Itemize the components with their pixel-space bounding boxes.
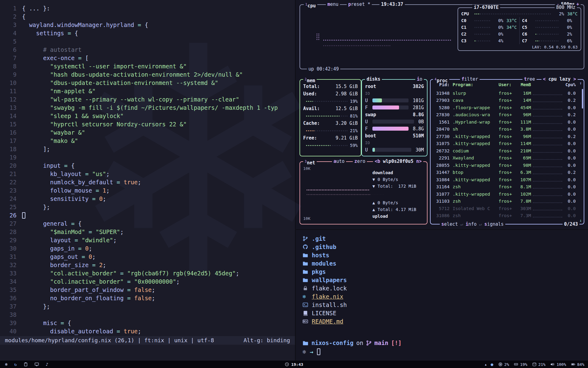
net-auto-button[interactable]: auto <box>332 159 346 164</box>
process-row[interactable]: 31164zshfros+8.1M0.0 <box>434 183 576 191</box>
editor-line[interactable]: 35 border_part_of_window = false; <box>2 286 295 294</box>
editor-line[interactable]: 20 input = { <box>2 162 295 170</box>
proc-tree-button[interactable]: tree <box>522 76 537 82</box>
line-text: follow_mouse = 1; <box>22 186 110 195</box>
process-row[interactable]: 27830.audacious-wrafros+96M0.2 <box>434 111 576 119</box>
media-module[interactable]: ♪ <box>46 362 48 366</box>
process-row[interactable]: 27730.kitty-wrappedfros+96M0.2 <box>434 133 576 140</box>
process-row[interactable]: 5712Isolated Web Cfros+303M0.0 <box>434 205 576 212</box>
memory-usage-module[interactable]: 19% <box>514 362 527 367</box>
process-row[interactable]: 27903cavafros+14M0.2 <box>434 97 576 104</box>
process-row[interactable]: 31103zshfros+7.8M0.0 <box>434 198 576 205</box>
process-row[interactable]: 26732codiumfros+210M0.0 <box>434 147 576 155</box>
iface-prev-button[interactable]: <b <box>375 159 380 164</box>
clock-module[interactable]: 19:43 <box>285 362 303 367</box>
editor-line[interactable]: 1{ ... }: <box>2 4 295 13</box>
editor-line[interactable]: 25 }; <box>2 203 295 211</box>
editor-line[interactable]: 16 "waybar &" <box>2 128 295 137</box>
editor-line[interactable]: 11 "nm-applet &" <box>2 87 295 95</box>
editor-line[interactable]: 8 "systemctl --user import-environment &… <box>2 62 295 71</box>
line-text: "waybar &" <box>22 128 85 137</box>
tray-expand[interactable]: ▴ <box>484 362 487 366</box>
process-row[interactable]: 31075.kitty-wrappedfros+114M0.0 <box>434 140 576 148</box>
editor-line[interactable]: 12 "wl-paste --primary --watch wl-copy -… <box>2 95 295 104</box>
editor-line[interactable]: 38 <box>2 311 295 319</box>
proc-col-user[interactable]: User: <box>499 82 516 89</box>
terminal-window[interactable]: .git.githubhostsmodulespkgswallpapersfla… <box>296 230 588 361</box>
editor-line[interactable]: 14 "sleep 1 && swaylock" <box>2 112 295 120</box>
editor-line[interactable]: 13 "swaybg -m fill -i $(find ~/Pictures/… <box>2 104 295 112</box>
cpu-box-title: 1cpu <box>304 2 317 9</box>
editor-line[interactable]: 10 "dbus-update-activation-environment -… <box>2 79 295 87</box>
sort-next-button[interactable]: > <box>573 76 576 82</box>
sort-prev-button[interactable]: < <box>543 76 546 82</box>
editor-line[interactable]: 9 "hash dbus-update-activation-environme… <box>2 71 295 79</box>
editor-line[interactable]: 7 exec-once = [ <box>2 54 295 62</box>
editor-line[interactable]: 22 numlock_by_default = true; <box>2 178 295 186</box>
cpu-usage-module[interactable]: 2% <box>498 362 509 367</box>
editor-line[interactable]: 6 # autostart <box>2 46 295 54</box>
process-row[interactable]: 31084.kitty-wrappedfros+107M0.0 <box>434 176 576 183</box>
net-zero-button[interactable]: zero <box>353 159 367 164</box>
editor-line[interactable]: 17 "mako &" <box>2 137 295 145</box>
editor-line[interactable]: 32 border_size = 2; <box>2 261 295 269</box>
process-row[interactable]: 1561.Hyprland-wrapfros+111M0.0 <box>434 118 576 126</box>
scroll-down-indicator[interactable]: ↓ <box>579 218 582 223</box>
editor-line[interactable]: 29 layout = "dwindle"; <box>2 236 295 244</box>
scroll-up-indicator[interactable]: ↑ <box>579 81 582 86</box>
proc-col-cpu[interactable]: Cpu% <box>564 82 576 89</box>
btop-menu-button[interactable]: menu <box>326 2 340 7</box>
process-row[interactable]: 28470shfros+3.8M0.0 <box>434 126 576 133</box>
process-row[interactable]: 5280.floorp-wrappefros+454M0.0 <box>434 104 576 111</box>
editor-line[interactable]: 4 settings = { <box>2 29 295 37</box>
nix-logo-module[interactable]: ❄ <box>5 362 7 366</box>
proc-col-memb[interactable]: MemB <box>516 82 531 89</box>
process-row[interactable]: 31077.kitty-wrappedfros+102M0.0 <box>434 190 576 198</box>
editor-line[interactable]: 19 <box>2 153 295 162</box>
process-row[interactable]: 31447btopfros+6.3M0.2 <box>434 169 576 176</box>
proc-col-pid[interactable]: Pid: <box>434 82 450 89</box>
proc-select-button[interactable]: select <box>441 221 458 227</box>
proc-col-program[interactable]: Program: <box>453 82 499 89</box>
volume-module[interactable]: 100% <box>550 362 566 367</box>
editor-line[interactable]: 21 kb_layout = "us"; <box>2 170 295 178</box>
disks-io-button[interactable]: io <box>415 76 424 82</box>
proc-signals-button[interactable]: signals <box>484 221 503 227</box>
editor-line[interactable]: 33 "col.active_border" = "rgb(cba6f7) rg… <box>2 269 295 278</box>
tray-app[interactable]: ● <box>491 362 493 366</box>
process-row[interactable]: 2291Xwaylandfros+69M0.0 <box>434 155 576 162</box>
editor-line[interactable]: 34 "col.inactive_border" = "0x00000000"; <box>2 278 295 286</box>
editor-line[interactable]: 40 disable_autoreload = true; <box>2 327 295 335</box>
editor-line[interactable]: 27 general = { <box>2 220 295 228</box>
editor-line[interactable]: 2{ <box>2 13 295 21</box>
editor-line[interactable]: 3 wayland.windowManager.hyprland = { <box>2 21 295 29</box>
editor-window[interactable]: 1{ ... }:2{3 wayland.windowManager.hyprl… <box>0 0 296 361</box>
process-row[interactable]: 31086zshfros+7.3M0.0 <box>434 212 576 220</box>
editor-line[interactable]: 24 sensitivity = 0; <box>2 195 295 203</box>
line-number: 22 <box>2 178 17 186</box>
editor-line[interactable]: 5 <box>2 37 295 46</box>
proc-filter-button[interactable]: filter <box>460 76 480 82</box>
battery-module[interactable]: 84% <box>571 362 584 367</box>
iface-next-button[interactable]: n> <box>416 159 422 164</box>
proc-info-button[interactable]: info <box>466 221 477 227</box>
editor-line[interactable]: 36 no_border_on_floating = false; <box>2 294 295 302</box>
editor-line[interactable]: 23 follow_mouse = 1; <box>2 186 295 195</box>
clipboard-module[interactable] <box>24 362 28 366</box>
editor-line[interactable]: 26 <box>2 211 295 220</box>
process-row[interactable]: 31948slurpfros+16M0.0 <box>434 90 576 97</box>
btop-preset-button[interactable]: preset * <box>347 2 372 7</box>
editor-line[interactable]: 39 misc = { <box>2 319 295 327</box>
disk-usage-module[interactable]: 21% <box>532 362 545 367</box>
prompt-directory: nixos-config <box>311 339 353 346</box>
process-row[interactable]: 28055.kitty-wrappedfros+98M0.0 <box>434 162 576 169</box>
editor-line[interactable]: 31 gaps_out = 0; <box>2 253 295 261</box>
editor-line[interactable]: 28 "$mainMod" = "SUPER"; <box>2 228 295 236</box>
editor-line[interactable]: 15 "hyprctl setcursor Nordzy-cursors 22 … <box>2 120 295 128</box>
editor-line[interactable]: 30 gaps_in = 0; <box>2 244 295 253</box>
editor-line[interactable]: 37 }; <box>2 302 295 311</box>
display-module[interactable] <box>35 362 39 366</box>
updates-module[interactable]: ↻ <box>14 362 17 366</box>
proc-scrollbar[interactable] <box>582 89 583 109</box>
editor-line[interactable]: 18 ]; <box>2 145 295 153</box>
